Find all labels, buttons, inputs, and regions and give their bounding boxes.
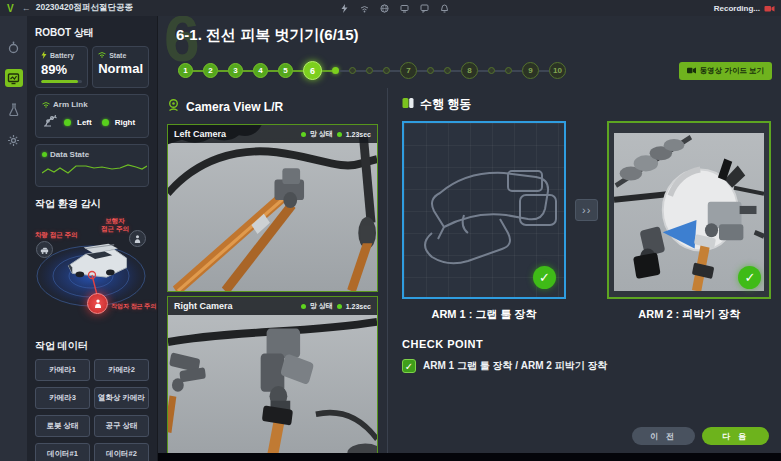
gripper-wireframe bbox=[404, 135, 564, 285]
page-title: 6-1. 전선 피복 벗기기(6/15) bbox=[176, 26, 359, 45]
recording-label: Recording... bbox=[714, 4, 760, 13]
rail-robot-icon[interactable] bbox=[5, 38, 23, 56]
step-connector bbox=[512, 70, 522, 72]
power-icon[interactable] bbox=[340, 4, 349, 13]
step-3[interactable]: 3 bbox=[228, 63, 243, 78]
rail-tools-icon[interactable] bbox=[5, 100, 23, 118]
step-sub-dot bbox=[349, 67, 356, 74]
right-camera-feed bbox=[168, 297, 377, 456]
checkpoint-checkbox[interactable]: ✓ bbox=[402, 359, 416, 373]
step-4[interactable]: 4 bbox=[253, 63, 268, 78]
back-arrow-icon[interactable]: ← bbox=[22, 3, 31, 13]
work-data-grid: 카메라1카메라2카메라3열화상 카메라로봇 상태공구 상태데이터#1데이터#2데… bbox=[35, 359, 149, 461]
step-5[interactable]: 5 bbox=[278, 63, 293, 78]
work-data-button-1[interactable]: 카메라1 bbox=[35, 359, 90, 381]
step-sub-dot bbox=[427, 67, 434, 74]
right-camera-panel[interactable]: Right Camera 망 상태 1.23sec bbox=[167, 296, 378, 457]
left-status-panel: ROBOT 상태 Battery 89% State Normal Arm Li… bbox=[27, 16, 158, 461]
step-connector bbox=[495, 70, 505, 72]
recording-indicator: Recording... bbox=[714, 0, 775, 17]
step-6[interactable]: 6 bbox=[303, 61, 322, 80]
latency-status-dot bbox=[337, 304, 342, 309]
work-data-button-3[interactable]: 카메라3 bbox=[35, 387, 90, 409]
transfer-button[interactable]: ›› bbox=[575, 199, 598, 221]
checkpoint-text: ARM 1 그랩 툴 장착 / ARM 2 피박기 장착 bbox=[423, 359, 607, 373]
arm-left-label: Left bbox=[77, 118, 92, 127]
step-7[interactable]: 7 bbox=[400, 62, 417, 79]
work-data-button-2[interactable]: 카메라2 bbox=[94, 359, 149, 381]
wifi-icon[interactable] bbox=[360, 4, 369, 13]
state-card: State Normal bbox=[92, 46, 149, 88]
data-state-sparkline bbox=[42, 161, 147, 177]
step-sub-dot bbox=[332, 67, 339, 74]
network-status-dot bbox=[301, 132, 306, 137]
step-connector bbox=[218, 70, 228, 72]
left-camera-panel[interactable]: Left Camera 망 상태 1.23sec bbox=[167, 124, 378, 292]
robot-arm-icon bbox=[42, 113, 58, 132]
work-data-button-7[interactable]: 데이터#1 bbox=[35, 443, 90, 461]
step-connector bbox=[293, 70, 303, 72]
environment-radar: 차량 접근 주의 보행자접근 주의 작업자 접근 주의 bbox=[35, 217, 149, 333]
step-sub-dot bbox=[383, 67, 390, 74]
arm2-label: ARM 2 : 피박기 장착 bbox=[638, 307, 740, 322]
step-9[interactable]: 9 bbox=[522, 62, 539, 79]
arm-right-label: Right bbox=[115, 118, 135, 127]
footer-buttons: 이 전 다 음 bbox=[632, 427, 769, 445]
record-camera-icon bbox=[764, 0, 775, 17]
step-connector bbox=[434, 70, 444, 72]
work-data-button-8[interactable]: 데이터#2 bbox=[94, 443, 149, 461]
step-1[interactable]: 1 bbox=[178, 63, 193, 78]
step-connector bbox=[373, 70, 383, 72]
step-connector bbox=[193, 70, 203, 72]
step-connector bbox=[390, 70, 400, 72]
arm1-card[interactable]: ✓ bbox=[402, 121, 566, 299]
left-camera-header: Left Camera 망 상태 1.23sec bbox=[168, 125, 377, 143]
video-guide-button[interactable]: 동영상 가이드 보기 bbox=[679, 62, 772, 80]
left-icon-rail bbox=[0, 16, 27, 461]
bell-icon[interactable] bbox=[440, 4, 449, 13]
step-10[interactable]: 10 bbox=[549, 62, 566, 79]
step-8[interactable]: 8 bbox=[461, 62, 478, 79]
topbar: V ← 20230420점퍼선절단공종 Recording... bbox=[0, 0, 781, 16]
step-indicator: 12345678910 bbox=[178, 61, 566, 80]
step-sub-dot bbox=[505, 67, 512, 74]
step-connector bbox=[451, 70, 461, 72]
lightning-icon bbox=[41, 51, 47, 60]
globe-icon[interactable] bbox=[380, 4, 389, 13]
network-status-dot bbox=[301, 304, 306, 309]
right-camera-status: 망 상태 1.23sec bbox=[301, 301, 371, 311]
pedestrian-warning-label: 보행자접근 주의 bbox=[93, 217, 137, 234]
battery-label: Battery bbox=[50, 52, 74, 59]
latency-status-dot bbox=[337, 132, 342, 137]
step-sub-dot bbox=[366, 67, 373, 74]
arm2-card[interactable]: ✓ bbox=[607, 121, 771, 299]
camera-section-heading: Camera View L/R bbox=[186, 100, 283, 114]
state-label: State bbox=[109, 52, 126, 59]
arm1-label: ARM 1 : 그랩 툴 장착 bbox=[431, 307, 536, 322]
next-button[interactable]: 다 음 bbox=[702, 427, 769, 445]
topbar-icon-group bbox=[340, 0, 449, 16]
left-camera-status: 망 상태 1.23sec bbox=[301, 129, 371, 139]
step-connector bbox=[268, 70, 278, 72]
robot-status-heading: ROBOT 상태 bbox=[35, 26, 149, 40]
previous-button[interactable]: 이 전 bbox=[632, 427, 695, 445]
step-2[interactable]: 2 bbox=[203, 63, 218, 78]
checkpoint-heading: CHECK POINT bbox=[402, 338, 769, 350]
action-column: 수행 행동 bbox=[388, 88, 781, 461]
step-connector bbox=[339, 70, 349, 72]
right-camera-label: Right Camera bbox=[174, 301, 233, 311]
rail-settings-gear-icon[interactable] bbox=[5, 131, 23, 149]
work-data-button-4[interactable]: 열화상 카메라 bbox=[94, 387, 149, 409]
rail-monitor-icon[interactable] bbox=[5, 69, 23, 87]
battery-card: Battery 89% bbox=[35, 46, 88, 88]
right-camera-header: Right Camera 망 상태 1.23sec bbox=[168, 297, 377, 315]
pedestrian-warning-icon bbox=[129, 230, 146, 247]
work-data-button-6[interactable]: 공구 상태 bbox=[94, 415, 149, 437]
worker-warning-label: 작업자 접근 주의 bbox=[111, 303, 156, 311]
chat-icon[interactable] bbox=[420, 4, 429, 13]
work-data-button-5[interactable]: 로봇 상태 bbox=[35, 415, 90, 437]
webcam-icon bbox=[167, 98, 180, 115]
display-icon[interactable] bbox=[400, 4, 409, 13]
arm-right-status-dot bbox=[102, 119, 109, 126]
left-camera-label: Left Camera bbox=[174, 129, 226, 139]
